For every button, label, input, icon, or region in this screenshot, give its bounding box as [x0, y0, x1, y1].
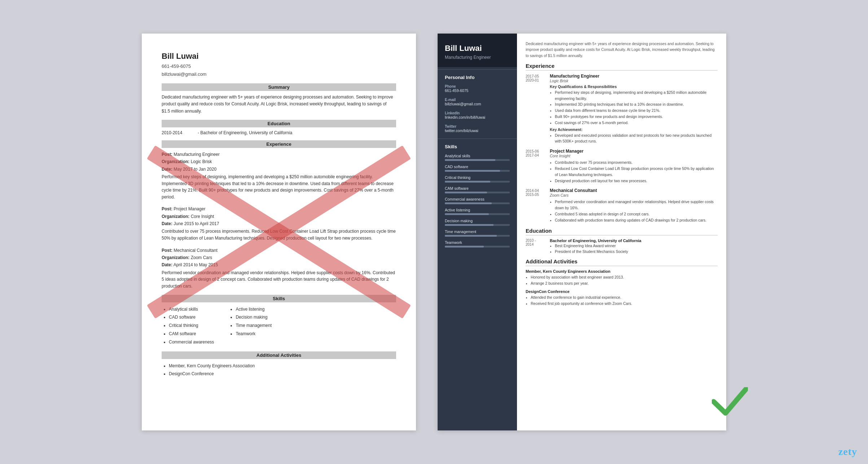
skill-bar-fill [445, 213, 489, 215]
left-education-header: Education [162, 120, 396, 127]
skill-bar-bg [445, 224, 510, 226]
bullet-item: Contributed to over 75 process improveme… [555, 159, 718, 166]
exp2-bullets: Contributed to over 75 process improveme… [550, 159, 718, 184]
activity2-bullets: Attended the conference to gain industri… [526, 294, 718, 307]
skill-bar-fill [445, 202, 492, 204]
skill-name: CAM software [445, 186, 510, 191]
left-phone: 661-459-6075 [162, 64, 191, 69]
left-exp1-post: Post: Manufacturing Engineer [162, 151, 396, 158]
activity-item: DesignCon Conference [169, 370, 396, 378]
skill-item: CAD software [169, 313, 214, 321]
left-email: billzluwai@gmail.com [162, 71, 206, 77]
left-exp3-desc: Performed vendor coordination and manage… [162, 270, 396, 290]
phone-value: 661-459-6075 [445, 88, 510, 93]
skill-item: Analytical skills [169, 305, 214, 314]
left-skills-cols: Analytical skills CAD software Critical … [162, 305, 396, 346]
exp1-achievement: Developed and executed process validatio… [550, 132, 718, 145]
left-skills-col1: Analytical skills CAD software Critical … [162, 305, 214, 346]
exp-entry-3: 2014-042015-05 Mechanical Consultant Zoo… [526, 188, 718, 223]
bullet-item: Arrange 2 business tours per year. [531, 280, 718, 286]
skill-bar-bg [445, 192, 510, 193]
skill-item: Decision making [236, 313, 272, 321]
activity1-bullets: Honored by association with best enginee… [526, 274, 718, 286]
left-exp2-date: Date: June 2015 to April 2017 [162, 220, 396, 227]
right-sidebar: Bill Luwai Manufacturing Engineer Person… [438, 34, 517, 430]
bullet-item: Contributed 5 ideas adopted in design of… [555, 211, 718, 217]
email-label: E-mail [445, 98, 510, 102]
twitter-label: Twitter [445, 124, 510, 128]
exp3-dates: 2014-042015-05 [526, 188, 545, 223]
education-section-title: Education [526, 228, 718, 236]
right-name: Bill Luwai [445, 44, 510, 53]
bullet-item: Best Engineering Idea Award winner [555, 243, 718, 249]
edu1-degree: Bachelor of Engineering, University of C… [550, 238, 718, 243]
activities-section-title: Additional Activities [526, 258, 718, 266]
skill-bar-bg [445, 159, 510, 161]
skill-name: Analytical skills [445, 154, 510, 158]
edu1-dates: 2010 -2014 [526, 238, 545, 255]
exp1-dates: 2017-052020-01 [526, 74, 545, 144]
left-exp2-org: Organization: Core Insight [162, 213, 396, 220]
bullet-item: Built 90+ prototypes for new products an… [555, 114, 718, 120]
sidebar-skill-item: CAM software [438, 185, 517, 196]
skill-name: Decision making [445, 219, 510, 223]
activity-item: Member, Kern County Engineers Associatio… [169, 362, 396, 370]
sidebar-skill-item: CAD software [438, 163, 517, 174]
skill-bar-bg [445, 170, 510, 172]
skill-bar-fill [445, 181, 490, 183]
linkedin-item: LinkedIn linkedin.com/in/bill/luwai [438, 110, 517, 123]
left-exp2-desc: Contributed to over 75 process improveme… [162, 228, 396, 241]
exp1-company: Logic Brisk [550, 79, 718, 83]
personal-info-label: Personal Info [438, 69, 517, 83]
sidebar-skill-item: Commercial awareness [438, 196, 517, 206]
skill-bar-bg [445, 235, 510, 237]
skill-name: Commercial awareness [445, 197, 510, 201]
left-exp-3: Post: Mechanical Consultant Organization… [162, 247, 396, 290]
exp1-qual-label: Key Qualifications & Responsibilities [550, 84, 718, 89]
skill-bar-fill [445, 235, 497, 237]
left-exp3-date: Date: April 2014 to May 2015 [162, 261, 396, 268]
skill-bar-bg [445, 181, 510, 183]
linkedin-value: linkedin.com/in/bill/luwai [445, 115, 510, 119]
bullet-item: Used data from different teams to decrea… [555, 108, 718, 114]
left-activities-list: Member, Kern County Engineers Associatio… [162, 362, 396, 378]
skill-item: CAM software [169, 330, 214, 338]
skill-bar-fill [445, 170, 500, 172]
activity-2: DesignCon Conference Attended the confer… [526, 289, 718, 307]
bullet-item: Designed production cell layout for two … [555, 178, 718, 184]
left-exp1-desc: Performed key steps of designing, implem… [162, 174, 396, 200]
skill-name: Time management [445, 229, 510, 234]
left-exp-2: Post: Project Manager Organization: Core… [162, 205, 396, 241]
experience-section-title: Experience [526, 63, 718, 71]
skill-bar-bg [445, 202, 510, 204]
left-edu-year: 2010-2014 [162, 130, 187, 135]
resume-bad: Bill Luwai 661-459-6075 billzluwai@gmail… [142, 34, 416, 430]
skill-bar-fill [445, 224, 494, 226]
skill-item: Commercial awareness [169, 338, 214, 346]
skills-container: Analytical skills CAD software Critical … [438, 152, 517, 250]
left-summary-header: Summary [162, 83, 396, 91]
edu1-bullets: Best Engineering Idea Award winner Presi… [550, 243, 718, 255]
bullet-item: Implemented 3D printing techniques that … [555, 101, 718, 108]
bullet-item: President of the Student Mechanics Socie… [555, 249, 718, 255]
skill-item: Critical thinking [169, 321, 214, 330]
bullet-item: Collaborated with production teams durin… [555, 217, 718, 223]
exp2-title: Project Manager [550, 149, 718, 154]
edu-entry-1: 2010 -2014 Bachelor of Engineering, Univ… [526, 238, 718, 255]
activity1-title: Member, Kern County Engineers Associatio… [526, 269, 718, 273]
skill-item: Teamwork [236, 330, 272, 338]
left-exp3-org: Organization: Zoom Cars [162, 254, 396, 261]
left-edu-degree: - Bachelor of Engineering, University of… [194, 130, 292, 135]
bullet-item: Honored by association with best enginee… [531, 274, 718, 280]
sidebar-header: Bill Luwai Manufacturing Engineer [438, 34, 517, 67]
sidebar-skill-item: Active listening [438, 206, 517, 217]
zety-logo: zety [838, 446, 857, 458]
left-exp1-org: Organization: Logic Brisk [162, 158, 396, 165]
exp1-bullets: Performed key steps of designing, implem… [550, 89, 718, 126]
skill-bar-fill [445, 246, 484, 248]
exp2-details: Project Manager Core Insight Contributed… [550, 149, 718, 184]
exp-entry-1: 2017-052020-01 Manufacturing Engineer Lo… [526, 74, 718, 144]
bullet-item: Reduced Low Cost Container Load Lift Str… [555, 166, 718, 178]
exp2-dates: 2015-062017-04 [526, 149, 545, 184]
phone-label: Phone [445, 84, 510, 88]
